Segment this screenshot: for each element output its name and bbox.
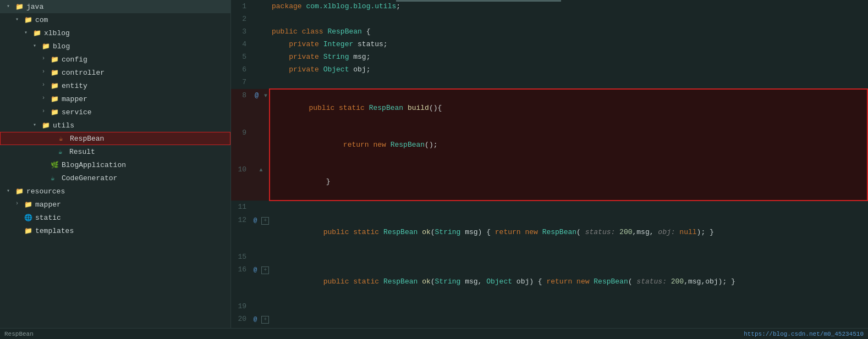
folder-icon-xlblog: 📁 (33, 29, 42, 37)
scrollbar-thumb (396, 0, 561, 2)
line-number: 8 (231, 89, 253, 126)
tree-item-blogapplication[interactable]: 🌿 BlogApplication (0, 158, 230, 171)
tree-item-java[interactable]: 📁 java (0, 0, 230, 13)
arrow-utils (33, 121, 41, 129)
tree-item-result[interactable]: ☕ Result (0, 145, 230, 158)
table-row: 1 package com.xlblog.blog.utils; (231, 0, 867, 13)
line-number: 3 (231, 25, 253, 38)
expand-icon-12[interactable]: + (261, 217, 269, 225)
tree-item-respbean[interactable]: ☕ RespBean (0, 132, 230, 145)
folder-icon-entity: 📁 (51, 82, 59, 90)
code-line (270, 76, 867, 89)
file-tree[interactable]: 📁 java 📁 com 📁 xlblog 📁 blog 📁 config 📁 … (0, 0, 231, 339)
label-config: config (62, 55, 87, 64)
table-row: 8 @ ▼ public static RespBean build(){ (231, 89, 867, 126)
code-line (270, 251, 867, 263)
tree-item-resources[interactable]: 📁 resources (0, 185, 230, 198)
expand-icon-16[interactable]: + (261, 266, 269, 274)
label-res-mapper: mapper (35, 201, 61, 209)
gutter-cell: @ + (253, 263, 270, 300)
tree-item-resources-mapper[interactable]: 📁 mapper (0, 198, 230, 211)
label-static: static (35, 214, 61, 222)
arrow-mapper (42, 95, 50, 103)
collapse-icon[interactable]: ▼ (264, 93, 267, 99)
tree-item-templates[interactable]: 📁 templates (0, 224, 230, 237)
gutter-cell (253, 25, 270, 38)
expand-icon-20[interactable]: + (261, 316, 269, 324)
tree-item-entity[interactable]: 📁 entity (0, 79, 230, 92)
folder-icon-res-mapper: 📁 (24, 201, 33, 208)
gutter-cell: ▲ (253, 163, 270, 201)
line-number: 9 (231, 126, 253, 163)
gutter-cell (253, 63, 270, 76)
code-line: return new RespBean(); (270, 126, 867, 163)
table-row: 12 @ + public static RespBean ok(String … (231, 214, 867, 251)
line-number: 12 (231, 214, 253, 251)
gutter-cell: @ ▼ (253, 89, 270, 126)
line-number: 4 (231, 38, 253, 51)
tree-item-com[interactable]: 📁 com (0, 13, 230, 26)
code-line: public static RespBean ok(String msg) { … (270, 214, 867, 251)
label-blogapp: BlogApplication (62, 161, 126, 169)
arrow-xlblog (24, 29, 32, 37)
tree-item-codegenerator[interactable]: ☕ CodeGenerator (0, 171, 230, 185)
code-line (270, 201, 867, 214)
status-filename: RespBean (4, 331, 34, 337)
file-icon-result: ☕ (58, 148, 67, 155)
code-line: } (270, 163, 867, 201)
gutter-cell (253, 13, 270, 25)
label-respbean: RespBean (70, 135, 104, 143)
folder-icon-utils: 📁 (42, 121, 51, 129)
tree-item-config[interactable]: 📁 config (0, 53, 230, 66)
code-content: 1 package com.xlblog.blog.utils; 2 3 pub… (231, 0, 868, 339)
arrow-service (42, 108, 50, 116)
code-editor[interactable]: 1 package com.xlblog.blog.utils; 2 3 pub… (231, 0, 868, 339)
table-row: 5 private String msg; (231, 51, 867, 63)
label-entity: entity (62, 82, 87, 90)
table-row: 9 return new RespBean(); (231, 126, 867, 163)
folder-icon-java: 📁 (15, 3, 24, 10)
table-row: 15 (231, 251, 867, 263)
arrow-controller (42, 69, 50, 76)
tree-item-blog[interactable]: 📁 blog (0, 40, 230, 53)
code-line: private String msg; (270, 51, 867, 63)
tree-item-utils[interactable]: 📁 utils (0, 119, 230, 132)
collapse-end-icon: ▲ (259, 167, 262, 173)
line-number: 1 (231, 0, 253, 13)
label-templates: templates (35, 227, 74, 235)
tree-item-mapper[interactable]: 📁 mapper (0, 92, 230, 105)
arrow-blog (33, 42, 41, 50)
line-number: 6 (231, 63, 253, 76)
table-row: 6 private Object obj; (231, 63, 867, 76)
line-number: 11 (231, 201, 253, 214)
label-resources: resources (26, 187, 65, 196)
table-row: 10 ▲ } (231, 163, 867, 201)
bookmark-icon: @ (255, 92, 259, 99)
file-icon-respbean: ☕ (59, 135, 68, 142)
folder-icon-controller: 📁 (51, 69, 59, 76)
arrow-resources (7, 187, 14, 195)
line-number: 5 (231, 51, 253, 63)
line-number: 15 (231, 251, 253, 263)
line-number: 7 (231, 76, 253, 89)
arrow-com (15, 16, 23, 24)
gutter-cell (253, 126, 270, 163)
tree-item-controller[interactable]: 📁 controller (0, 66, 230, 79)
line-number: 2 (231, 13, 253, 25)
table-row: 7 (231, 76, 867, 89)
tree-item-service[interactable]: 📁 service (0, 105, 230, 119)
arrow-config (42, 55, 50, 63)
arrow-entity (42, 82, 50, 90)
label-controller: controller (62, 69, 105, 77)
label-blog: blog (53, 42, 70, 51)
table-row: 4 private Integer status; (231, 38, 867, 51)
tree-item-static[interactable]: 🌐 static (0, 211, 230, 224)
code-line: public class RespBean { (270, 25, 867, 38)
code-line (270, 300, 867, 313)
gutter-cell (253, 251, 270, 263)
code-line: package com.xlblog.blog.utils; (270, 0, 867, 13)
folder-icon-resources: 📁 (15, 187, 24, 195)
folder-icon-com: 📁 (24, 16, 33, 24)
label-result: Result (69, 148, 95, 156)
tree-item-xlblog[interactable]: 📁 xlblog (0, 26, 230, 40)
